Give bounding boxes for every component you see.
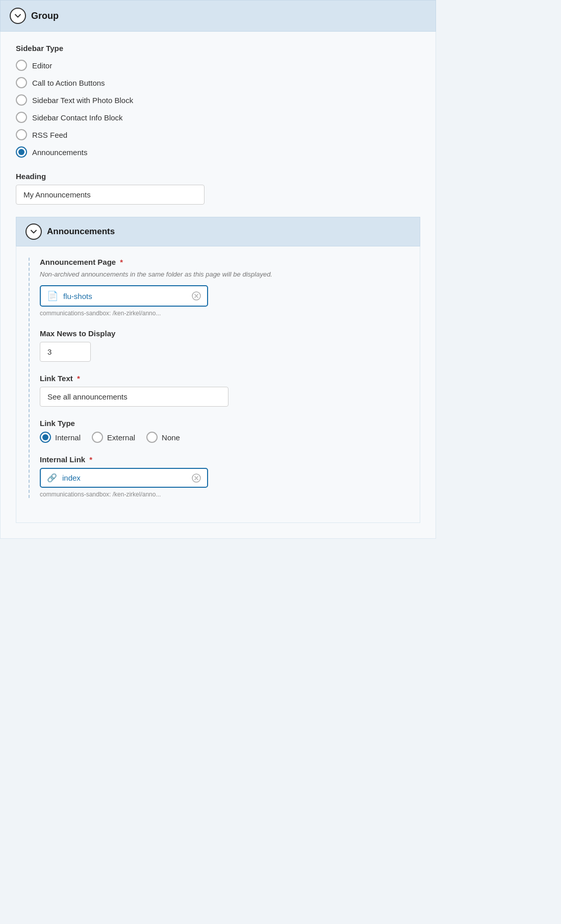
radio-rss-feed[interactable] [16,129,27,140]
announcement-page-hint: Non-archived announcements in the same f… [40,270,407,278]
announcements-title: Announcements [47,227,115,237]
radio-sidebar-contact[interactable] [16,112,27,123]
radio-announcements[interactable] [16,146,27,158]
link-type-radio-row: Internal External None [40,432,407,443]
link-type-external-item[interactable]: External [92,432,135,443]
announcement-page-section: Announcement Page * Non-archived announc… [40,258,407,317]
max-news-label: Max News to Display [40,329,407,338]
link-icon: 🔗 [47,473,57,483]
document-icon: 📄 [47,290,58,302]
page-wrapper: Group Sidebar Type Editor Call to Action… [0,0,436,539]
radio-item-sidebar-text-photo[interactable]: Sidebar Text with Photo Block [16,94,420,106]
sidebar-type-section: Sidebar Type Editor Call to Action Butto… [16,44,420,158]
internal-link-selector[interactable]: 🔗 index [40,468,208,488]
announcement-page-required: * [118,258,123,266]
heading-label: Heading [16,172,420,181]
radio-link-external[interactable] [92,432,103,443]
announcements-sub-section: Announcement Page * Non-archived announc… [29,258,407,498]
link-type-label: Link Type [40,419,407,428]
link-text-section: Link Text * [40,374,407,407]
radio-editor[interactable] [16,60,27,71]
radio-item-call-to-action[interactable]: Call to Action Buttons [16,77,420,88]
internal-link-label: Internal Link * [40,455,407,464]
link-type-internal-label: Internal [55,433,81,442]
announcements-subheader: Announcements [16,217,420,246]
group-header: Group [0,0,436,32]
sidebar-type-label: Sidebar Type [16,44,420,53]
link-type-none-item[interactable]: None [146,432,180,443]
radio-item-announcements[interactable]: Announcements [16,146,420,158]
radio-announcements-label: Announcements [32,148,87,157]
internal-link-path: communications-sandbox: /ken-zirkel/anno… [40,491,407,498]
announcements-collapse-button[interactable] [26,223,42,240]
announcements-content: Announcement Page * Non-archived announc… [16,246,420,523]
radio-link-none[interactable] [146,432,158,443]
group-collapse-button[interactable] [10,8,26,24]
radio-sidebar-text-photo[interactable] [16,94,27,106]
link-text-required: * [75,374,80,383]
announcement-page-clear-button[interactable] [192,291,201,301]
link-type-section: Link Type Internal External None [40,419,407,443]
radio-sidebar-contact-label: Sidebar Contact Info Block [32,113,123,122]
announcement-page-label: Announcement Page * [40,258,407,266]
link-type-internal-item[interactable]: Internal [40,432,81,443]
max-news-section: Max News to Display [40,329,407,362]
sidebar-type-radio-group: Editor Call to Action Buttons Sidebar Te… [16,60,420,158]
heading-section: Heading [16,172,420,205]
announcement-page-path: communications-sandbox: /ken-zirkel/anno… [40,310,407,317]
main-content: Sidebar Type Editor Call to Action Butto… [0,32,436,539]
link-text-input[interactable] [40,387,228,407]
radio-item-sidebar-contact[interactable]: Sidebar Contact Info Block [16,112,420,123]
radio-call-to-action-label: Call to Action Buttons [32,79,105,87]
link-text-label: Link Text * [40,374,407,383]
link-type-none-label: None [162,433,180,442]
heading-input[interactable] [16,185,205,205]
internal-link-required: * [87,455,92,464]
internal-link-clear-button[interactable] [192,473,201,483]
link-type-external-label: External [107,433,135,442]
radio-rss-feed-label: RSS Feed [32,131,67,139]
max-news-input[interactable] [40,342,91,362]
group-title: Group [31,11,59,21]
radio-editor-label: Editor [32,61,52,70]
radio-call-to-action[interactable] [16,77,27,88]
announcement-page-value: flu-shots [63,292,187,301]
internal-link-value: index [62,473,187,482]
radio-item-editor[interactable]: Editor [16,60,420,71]
radio-link-internal[interactable] [40,432,51,443]
radio-sidebar-text-photo-label: Sidebar Text with Photo Block [32,96,133,105]
radio-item-rss-feed[interactable]: RSS Feed [16,129,420,140]
internal-link-section: Internal Link * 🔗 index communications-s… [40,455,407,498]
announcement-page-selector[interactable]: 📄 flu-shots [40,285,208,307]
